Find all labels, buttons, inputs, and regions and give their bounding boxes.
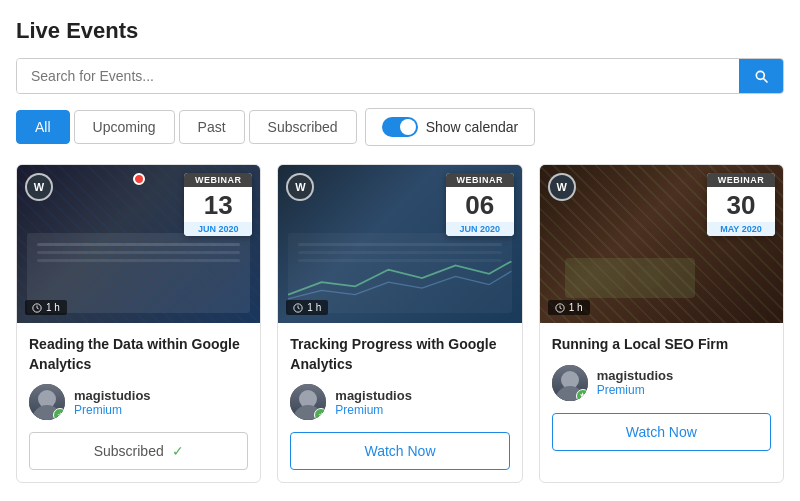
search-input[interactable] — [17, 59, 739, 93]
date-day-2: 06 — [446, 187, 514, 220]
action-button-3[interactable]: Watch Now — [552, 413, 771, 451]
webinar-label-2: WEBINAR — [446, 173, 514, 187]
filter-subscribed-button[interactable]: Subscribed — [249, 110, 357, 144]
author-info-2: magistudios Premium — [335, 388, 412, 417]
calendar-toggle — [382, 117, 418, 137]
action-button-2[interactable]: Watch Now — [290, 432, 509, 470]
clock-icon-1 — [32, 303, 42, 313]
search-bar — [16, 58, 784, 94]
author-name-2: magistudios — [335, 388, 412, 403]
event-body-1: Reading the Data within Google Analytics… — [17, 323, 260, 482]
date-month-2: JUN 2020 — [446, 222, 514, 236]
date-day-3: 30 — [707, 187, 775, 220]
event-card-2: W WEBINAR 06 JUN 2020 1 h Tracking Progr… — [277, 164, 522, 483]
author-avatar-2: ★ — [290, 384, 326, 420]
search-button[interactable] — [739, 59, 783, 93]
duration-badge-3: 1 h — [548, 300, 590, 315]
author-avatar-1: ★ — [29, 384, 65, 420]
event-image-2: W WEBINAR 06 JUN 2020 1 h — [278, 165, 521, 323]
event-author-3: ★ magistudios Premium — [552, 365, 771, 401]
checkmark-1: ✓ — [172, 443, 184, 459]
event-author-2: ★ magistudios Premium — [290, 384, 509, 420]
date-day-1: 13 — [184, 187, 252, 220]
star-badge-1: ★ — [53, 408, 65, 420]
author-info-1: magistudios Premium — [74, 388, 151, 417]
event-image-1: W WEBINAR 13 JUN 2020 1 h — [17, 165, 260, 323]
author-name-1: magistudios — [74, 388, 151, 403]
date-month-3: MAY 2020 — [707, 222, 775, 236]
date-badge-2: WEBINAR 06 JUN 2020 — [446, 173, 514, 236]
date-badge-3: WEBINAR 30 MAY 2020 — [707, 173, 775, 236]
event-body-2: Tracking Progress with Google Analytics … — [278, 323, 521, 482]
money-svg-3 — [560, 243, 700, 303]
show-calendar-button[interactable]: Show calendar — [365, 108, 536, 146]
org-badge-3: W — [548, 173, 576, 201]
webinar-label-3: WEBINAR — [707, 173, 775, 187]
star-badge-3: ★ — [576, 389, 588, 401]
webinar-label-1: WEBINAR — [184, 173, 252, 187]
author-avatar-3: ★ — [552, 365, 588, 401]
event-title-3: Running a Local SEO Firm — [552, 335, 771, 355]
author-tier-3: Premium — [597, 383, 674, 397]
duration-badge-2: 1 h — [286, 300, 328, 315]
author-info-3: magistudios Premium — [597, 368, 674, 397]
event-body-3: Running a Local SEO Firm ★ magistudios P… — [540, 323, 783, 463]
clock-icon-2 — [293, 303, 303, 313]
date-badge-1: WEBINAR 13 JUN 2020 — [184, 173, 252, 236]
event-card-1: W WEBINAR 13 JUN 2020 1 h Reading the Da… — [16, 164, 261, 483]
author-tier-2: Premium — [335, 403, 412, 417]
filter-all-button[interactable]: All — [16, 110, 70, 144]
notification-dot-1 — [133, 173, 145, 185]
svg-rect-3 — [575, 265, 625, 290]
events-grid: W WEBINAR 13 JUN 2020 1 h Reading the Da… — [16, 164, 784, 483]
event-author-1: ★ magistudios Premium — [29, 384, 248, 420]
filter-past-button[interactable]: Past — [179, 110, 245, 144]
star-badge-2: ★ — [314, 408, 326, 420]
svg-point-4 — [638, 265, 662, 289]
event-image-3: W WEBINAR 30 MAY 2020 1 h — [540, 165, 783, 323]
author-tier-1: Premium — [74, 403, 151, 417]
duration-badge-1: 1 h — [25, 300, 67, 315]
date-month-1: JUN 2020 — [184, 222, 252, 236]
action-button-1[interactable]: Subscribed ✓ — [29, 432, 248, 470]
event-title-2: Tracking Progress with Google Analytics — [290, 335, 509, 374]
search-icon — [753, 68, 769, 84]
filter-upcoming-button[interactable]: Upcoming — [74, 110, 175, 144]
page-title: Live Events — [16, 18, 784, 44]
filter-bar: All Upcoming Past Subscribed Show calend… — [16, 108, 784, 146]
show-calendar-label: Show calendar — [426, 119, 519, 135]
event-card-3: W WEBINAR 30 MAY 2020 1 h Running a Loca… — [539, 164, 784, 483]
clock-icon-3 — [555, 303, 565, 313]
org-badge-1: W — [25, 173, 53, 201]
page-container: Live Events All Upcoming Past Subscribed… — [0, 0, 800, 499]
author-name-3: magistudios — [597, 368, 674, 383]
event-title-1: Reading the Data within Google Analytics — [29, 335, 248, 374]
